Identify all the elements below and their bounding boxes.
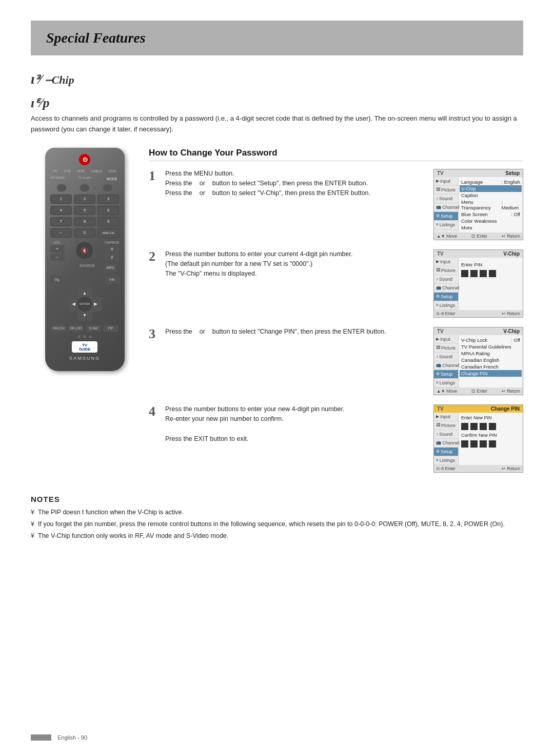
menu-colorweakness: Color Weakness [461,218,520,224]
notes-section: Notes The PIP doesn t function when the … [31,495,523,541]
vchip-lock: V-Chip Lock: Off [461,337,520,343]
btn-3[interactable]: 3 [97,195,119,204]
step-4: 4 Press the number buttons to enter your… [149,404,523,473]
btn-circle-1[interactable] [56,184,67,192]
menu-more: More [461,224,520,231]
canadian-french: Canadian French [461,363,520,370]
s3-sidebar-channel: 📺 Channel [434,361,458,370]
step-1-text: Press the MENU button. Press the or butt… [165,169,426,199]
step-4-text: Press the number buttons to enter your n… [165,404,426,444]
btn-circle-2[interactable] [80,184,90,192]
step-1-content: Press the MENU button. Press the or butt… [165,169,523,240]
step-number-3: 3 [149,327,160,395]
pip-button[interactable]: PIP [103,325,118,332]
screen-3-footer: ▲▼ Move⊡ Enter↩ Return [434,387,523,395]
screen-1-footer: ▲▼ Move⊡ Enter↩ Return [434,232,523,240]
s4-sidebar-setup: ⚙ Setup [434,448,458,456]
ch-down[interactable]: ∨ [105,254,119,261]
remote-control: ⏻ TVSTBVCRCABLEDVD ANTENNA TV Guide MODE… [45,148,125,371]
page-title: Special Features [46,30,508,46]
vchip-subtitle: ıᵋ∕p [31,95,523,111]
info-button[interactable]: Info [105,275,120,284]
s2-sidebar-channel: 📺 Channel [434,284,458,293]
step-3-screen: TV V-Chip ▶ Input 🖼 Picture ♪ Sound 📺 Ch… [433,327,523,395]
page-footer: English - 90 [31,734,87,741]
menu-bluescreen: Blue Screen: Off [461,211,520,218]
btn-4[interactable]: 4 [50,206,72,215]
s3-sidebar-setup: ⚙ Setup [434,370,458,379]
mode-button[interactable]: MODE [105,176,120,182]
power-button[interactable]: ⏻ [79,154,90,165]
s3-sidebar-listings: ≡ Listings [434,379,458,387]
dpad-enter[interactable]: ENTER [77,297,92,312]
btn-circle-3[interactable] [103,184,113,192]
page-header: Special Features [31,21,523,55]
note-1: The PIP doesn t function when the V-Chip… [31,508,523,517]
s3-sidebar-picture: 🖼 Picture [434,344,458,353]
dpad: ▲ ▼ ◀ ▶ ENTER [68,287,102,321]
ch-up[interactable]: ∧ [105,245,119,253]
notes-title: Notes [31,495,523,503]
source-labels: TVSTBVCRCABLEDVD [50,169,120,173]
signal-button[interactable]: Sig. [50,275,65,284]
step-number-1: 1 [149,169,160,240]
step-2-content: Press the number buttons to enter your c… [165,249,523,318]
mute-source-row: SOURCE SRC [50,264,120,272]
s4-sidebar-picture: 🖼 Picture [434,421,458,430]
source-button[interactable]: SRC [104,264,117,272]
mute-button[interactable]: 🔇 [75,241,94,260]
fav-button[interactable]: FAV.CH [51,325,66,332]
menu-transparency: Menu Transparency: Medium [461,199,520,211]
step-3: 3 Press the or button to select "Change … [149,327,523,395]
screen-2-footer: 0–9 Enter↩ Return [434,310,523,317]
step-4-content: Press the number buttons to enter your n… [165,404,523,473]
new-pin-blocks [461,423,520,430]
vol-up[interactable]: + [50,245,65,253]
mpaa-rating: MPAA Rating [461,350,520,357]
btn-prech[interactable]: PRE-CH [97,228,119,238]
how-to-title: How to Change Your Password [149,148,523,161]
vchip-title: ıᵌ∕ ‒Chip [31,71,523,87]
vol-ch-row: VOL + − 🔇 CH/PAGE ∧ ∨ [50,241,120,261]
samsung-logo: SAMSUNG [50,356,120,361]
main-content: ⏻ TVSTBVCRCABLEDVD ANTENNA TV Guide MODE… [31,148,523,482]
btn-8[interactable]: 8 [74,217,95,226]
footer-text: English - 90 [57,734,87,741]
s3-sidebar-sound: ♪ Sound [434,353,458,361]
s4-sidebar-listings: ≡ Listings [434,456,458,465]
bottom-buttons: FAV.CH OK.LIST D-Net PIP [50,325,120,332]
btn-1[interactable]: 1 [50,195,72,204]
vol-down[interactable]: − [50,254,65,261]
intro-paragraph: Access to channels and programs is contr… [31,113,523,135]
ch-rocker: ∧ ∨ [105,245,120,261]
btn-2[interactable]: 2 [74,195,95,204]
step-3-content: Press the or button to select "Change PI… [165,327,523,395]
screen-4-footer: 0–9 Enter↩ Return [434,465,523,472]
btn-5[interactable]: 5 [74,206,95,215]
footer-bar [31,734,51,741]
btn-7[interactable]: 7 [50,217,72,226]
btn-dash[interactable]: − [50,228,72,238]
note-2: If you forget the pin number, press the … [31,519,523,529]
s3-sidebar-input: ▶ Input [434,335,458,344]
enter-pin-label: Enter PIN [461,262,520,267]
step-number-4: 4 [149,404,160,473]
confirm-new-pin-label: Confirm New PIN [461,433,520,438]
s4-sidebar-channel: 📺 Channel [434,439,458,448]
tv-guide-badge: TV GUIDE [72,341,97,353]
btn-0[interactable]: 0 [74,228,95,238]
dnet-button[interactable]: D-Net [86,325,101,332]
oklist-button[interactable]: OK.LIST [68,325,84,332]
note-3: The V-Chip function only works in RF, AV… [31,531,523,541]
menu-language: Language: English [461,179,520,185]
pin-entry-blocks [461,270,520,277]
btn-6[interactable]: 6 [97,206,119,215]
step-2-text: Press the number buttons to enter your c… [165,249,426,279]
btn-9[interactable]: 9 [97,217,119,226]
s4-sidebar-input: ▶ Input [434,413,458,421]
step-4-screen: TV Change PIN ▶ Input 🖼 Picture ♪ Sound … [433,404,523,473]
vol-rocker: + − [50,245,65,261]
s2-sidebar-setup: ⚙ Setup [434,293,458,301]
s4-sidebar-sound: ♪ Sound [434,430,458,439]
antenna-mode-row: ANTENNA TV Guide MODE [50,176,120,182]
